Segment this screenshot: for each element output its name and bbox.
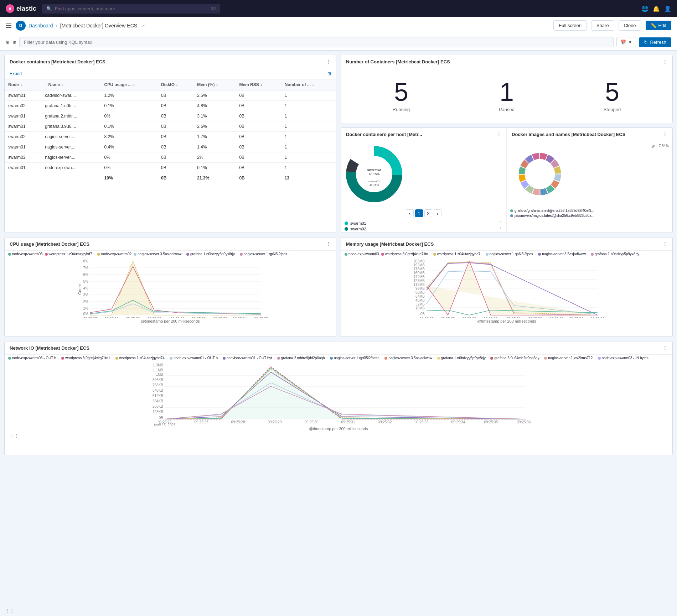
table-total-row: 10%0B21.3%0B13 [5,173,336,183]
table-cell: 0B [157,142,193,152]
svg-text:2%: 2% [83,300,89,304]
elastic-logo-icon: e [6,4,14,13]
col-number[interactable]: Number of ... ↕ [281,79,336,90]
memory-usage-panel: Memory usage [Metricbeat Docker] ECS ⋮ n… [341,237,673,337]
svg-text:09:25:27: 09:25:27 [420,317,434,318]
table-row: swarm02nagios-server....8.2%0B1.7%0B1 [5,132,336,142]
add-filter-icon[interactable]: ⊕ [12,40,16,45]
docker-charts-panel: Docker containers per host [Metr... ⋮ sw… [341,127,673,233]
svg-text:384KB: 384KB [153,399,163,403]
swarm02-options[interactable]: ⋮ [499,226,503,231]
svg-text:09:25:29: 09:25:29 [268,420,282,424]
notifications-icon[interactable]: 🔔 [653,5,660,12]
svg-text:96MB: 96MB [415,287,425,291]
grafana-legend: grafana/grafana:latest@sha256:1a359d92f4… [515,209,594,213]
nav-icons: 🌐 🔔 👤 [641,5,671,12]
docker-images-panel: Docker images and names [Metricbeat Dock… [507,128,672,233]
check-icon: ✓ [141,23,145,28]
svg-text:09:25:27: 09:25:27 [195,420,208,424]
edit-button[interactable]: ✏️ Edit [646,21,671,30]
table-cell: swarm01 [5,121,41,132]
svg-text:5%: 5% [83,280,89,283]
page-2-btn[interactable]: 2 [424,209,432,217]
nagios-legend: jasonrivers/nagios:latest@sha256:c9ebf82… [515,214,594,218]
cpu-panel-options[interactable]: ⋮ [326,241,331,247]
prev-page-btn[interactable]: ‹ [406,209,414,217]
svg-text:144MB: 144MB [413,275,425,279]
table-total-cell [41,173,100,183]
filter-bar: ⊕ ⊕ 📅 ▼ ↻ Refresh [0,34,677,51]
svg-text:1.1MB: 1.1MB [153,368,163,372]
table-row: swarm01grafana.2.mbtr....0%0B3.1%0B1 [5,111,336,121]
stat-stopped-label: Stopped [604,107,621,112]
panel-options-icon[interactable]: ⋮ [662,131,667,137]
full-screen-button[interactable]: Full screen [553,20,587,31]
table-total-cell: 0B [157,173,193,183]
mem-legend: node-exp-swarm03 wordpress.3.0gtzfj4xitg… [341,251,672,257]
time-picker[interactable]: 📅 ▼ [616,37,636,47]
net-leg-3: wordpress.1.z04utazjgyhd74... [119,356,168,360]
svg-text:176MB: 176MB [413,267,425,271]
network-panel-options[interactable]: ⋮ [662,345,667,351]
net-leg-9: grafana.1.n0bdzyy5p9yx8rjy... [441,356,489,360]
time-picker-label: ▼ [628,40,632,45]
col-mem-rss[interactable]: Mem RSS ↕ [236,79,281,90]
panel-options-icon[interactable]: ⋮ [496,131,501,137]
clone-button[interactable]: Clone [619,20,641,31]
breadcrumb-dashboard-link[interactable]: Dashboard [29,23,53,28]
table-options-icon[interactable]: ⊞ [327,71,331,76]
refresh-button[interactable]: ↻ Refresh [639,37,671,47]
col-diskio[interactable]: DiskIO ↕ [157,79,193,90]
page-1-btn[interactable]: 1 [415,209,423,217]
svg-text:4%: 4% [83,286,89,290]
donut-chart: swarm02 46.15% swarm01 46.15% %8.7 other [344,144,404,204]
filter-icon[interactable]: ⊕ [6,40,10,45]
panel-options-icon[interactable]: ⋮ [326,59,331,64]
mem-chart-container: 208MB 192MB 176MB 160MB 144MB 128MB 112M… [341,257,672,319]
svg-text:09:25:28: 09:25:28 [231,420,245,424]
table-cell: 0B [157,101,193,111]
table-cell: 1 [281,111,336,121]
mem-legend-2: wordpress.3.0gtzfj4xitg7iitn... [385,252,431,256]
cpu-legend-4: nagios-server.3.5asjadlwnw... [138,252,184,256]
table-cell: 2.6% [193,121,236,132]
global-search[interactable]: 🔍 ⌘/ [42,4,220,14]
col-mem-pct[interactable]: Mem (%) ↕ [193,79,236,90]
memory-usage-header: Memory usage [Metricbeat Docker] ECS ⋮ [341,237,672,251]
svg-text:512KB: 512KB [153,394,163,398]
help-icon[interactable]: 🌐 [641,5,648,12]
cpu-usage-panel: CPU usage [Metricbeat Docker] ECS ⋮ node… [4,237,336,337]
avatar: D [16,21,26,31]
svg-text:768KB: 768KB [153,383,163,387]
table-cell: 0B [236,132,281,142]
col-name[interactable]: ↑ Name ↕ [41,79,100,90]
col-node[interactable]: Node ↕ [5,79,41,90]
kql-filter-input[interactable] [19,37,614,47]
share-button[interactable]: Share [591,20,614,31]
network-chart-options[interactable]: ⋮⋮ [5,433,19,438]
svg-text:64MB: 64MB [415,294,425,298]
hamburger-menu[interactable] [6,22,13,29]
mem-panel-options[interactable]: ⋮ [662,241,667,247]
svg-text:1%: 1% [83,307,89,310]
next-page-btn[interactable]: › [434,209,441,217]
svg-text:%8.7: %8.7 [387,152,393,155]
panel-options-icon[interactable]: ⋮ [662,59,667,64]
table-cell: nagios-server.... [41,152,100,163]
docker-images-title: Docker images and names [Metricbeat Dock… [512,132,625,137]
stat-paused-label: Paused [499,107,515,112]
net-leg-5: cadvisor-swarm01 - OUT byt... [227,356,275,360]
table-cell: nagios-server.... [41,142,100,152]
table-cell: 0B [236,142,281,152]
col-cpu[interactable]: CPU usage ... ↕ [101,79,157,90]
svg-text:640KB: 640KB [153,388,163,392]
docker-per-host-panel: Docker containers per host [Metr... ⋮ sw… [341,128,507,233]
user-menu-icon[interactable]: 👤 [664,5,671,12]
table-cell: 1 [281,121,336,132]
svg-text:09:25:30: 09:25:30 [484,317,498,318]
swarm01-legend: swarm01 [350,221,366,225]
table-total-cell: 10% [101,173,157,183]
export-button[interactable]: Export [10,71,22,76]
search-input[interactable] [55,6,208,11]
swarm01-options[interactable]: ⋮ [499,221,503,225]
